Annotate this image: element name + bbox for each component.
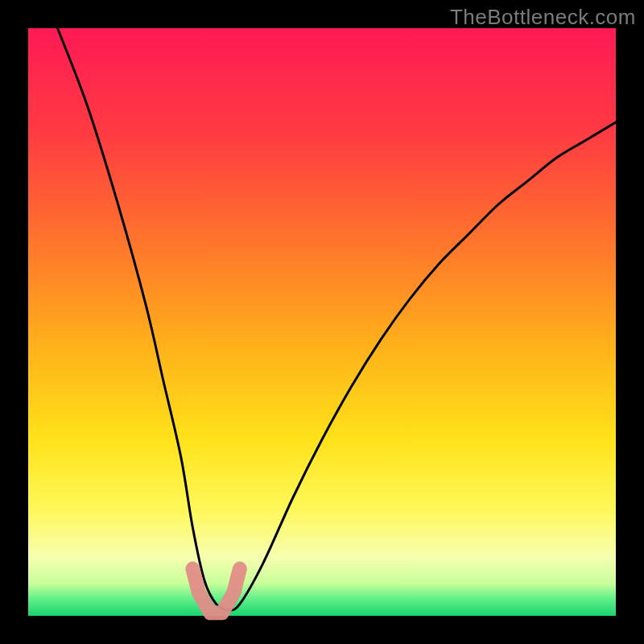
gradient-background [28, 28, 616, 616]
bottleneck-chart [0, 0, 644, 644]
chart-frame: TheBottleneck.com [0, 0, 644, 644]
watermark-text: TheBottleneck.com [450, 5, 636, 30]
